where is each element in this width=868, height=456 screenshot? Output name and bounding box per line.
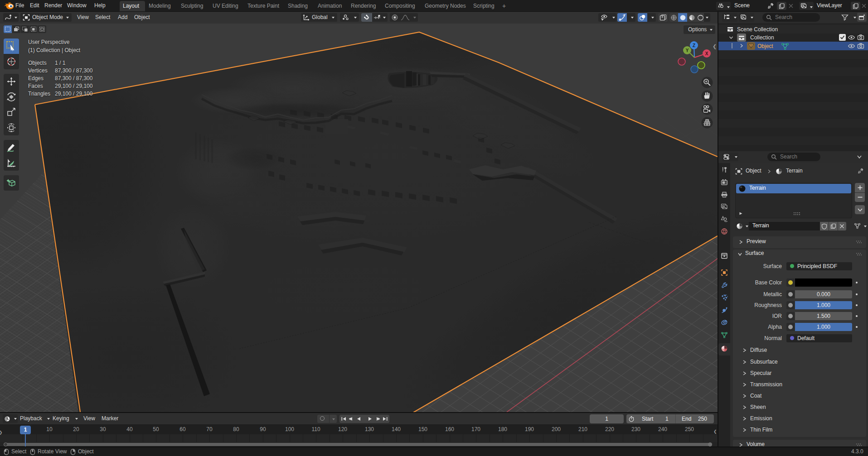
svg-text:Z: Z (693, 43, 695, 48)
svg-text:Y: Y (686, 48, 689, 53)
svg-text:X: X (705, 51, 708, 56)
